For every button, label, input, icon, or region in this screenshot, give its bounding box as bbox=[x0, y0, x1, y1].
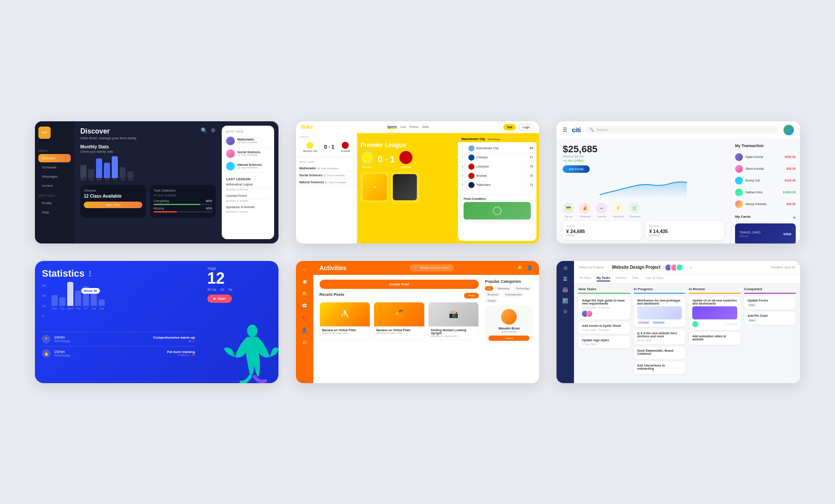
sidebar-item-invoice[interactable]: Invoice bbox=[38, 182, 71, 190]
add-card-button[interactable]: + bbox=[793, 215, 796, 221]
tab-all-tasks[interactable]: All Tasks bbox=[579, 276, 591, 281]
talk-button[interactable]: Talk bbox=[503, 124, 516, 130]
subject-social[interactable]: Social Sciences 12 Task Available ··· bbox=[226, 147, 270, 160]
icon-transfer[interactable]: ↔ Transfer bbox=[596, 202, 607, 218]
settings-icon[interactable]: ⚙ bbox=[211, 127, 216, 134]
icon-electricity[interactable]: ⚡ Electricity bbox=[612, 202, 624, 218]
task-1-tags: UI Design Dashboard bbox=[637, 321, 682, 324]
sidebar-bell-icon[interactable]: 🔔 bbox=[301, 291, 308, 297]
task-new-2[interactable]: Add events to Sprits Sheet 17 Apr 2019 ·… bbox=[578, 322, 630, 334]
notification-icon[interactable]: 🔔 bbox=[517, 265, 523, 271]
user-profile-icon[interactable]: 👤 bbox=[527, 265, 533, 271]
search-icon[interactable]: 🔍 bbox=[201, 127, 207, 134]
sidebar-item-help[interactable]: Help bbox=[38, 208, 71, 216]
transaction-2[interactable]: Steve Korolia $50.05 bbox=[735, 163, 796, 175]
more-icon[interactable]: ··· bbox=[267, 139, 270, 143]
travel-card[interactable]: TRAVEL CARD SPECIAL VISA bbox=[735, 223, 796, 243]
sidebar-bookmark-icon[interactable]: 🔖 bbox=[301, 315, 308, 321]
post-card-1[interactable]: 🍌 Banana on Yellow Plate aSorting to mak… bbox=[320, 302, 371, 340]
stats-more-icon[interactable]: ⋮ bbox=[87, 271, 93, 277]
cat-entertainment[interactable]: Entertainment bbox=[503, 292, 524, 297]
pm-sidebar-grid-icon[interactable]: ⊞ bbox=[564, 265, 567, 271]
transaction-5[interactable]: Macey Keleuka $40.00 bbox=[735, 199, 796, 210]
standing-row-5[interactable]: 5 Tottenham 71 bbox=[460, 181, 535, 190]
icon-shopping[interactable]: 🛒 Shopping bbox=[629, 202, 640, 218]
more-icon-2[interactable]: ··· bbox=[267, 151, 270, 155]
sidebar-user-icon[interactable]: 👤 bbox=[301, 327, 308, 333]
nav-sports[interactable]: Sports bbox=[387, 125, 397, 129]
sidebar-item-profile[interactable]: Profile bbox=[38, 199, 71, 207]
transaction-4[interactable]: Nathan Kliss $1000.00 bbox=[735, 187, 796, 199]
add-funds-button[interactable]: Add Funds bbox=[563, 165, 590, 173]
task-progress-3[interactable]: Send Stakeholder, Brand Collateral bbox=[634, 346, 685, 359]
post-card-2[interactable]: 🍊 Banana on Yellow Plate aSorting to mak… bbox=[374, 302, 425, 340]
task-progress-2[interactable]: Q & A the new website hero sections and … bbox=[634, 329, 685, 344]
play-icon: ▶ bbox=[213, 297, 216, 301]
session-1[interactable]: 🏃 10min Wednesday Comprehensive warm-up … bbox=[42, 332, 195, 346]
cat-marketing[interactable]: Marketing bbox=[495, 286, 512, 291]
completed-2-tags: Done bbox=[748, 319, 792, 322]
banking-search[interactable]: 🔍 Search bbox=[585, 126, 779, 134]
cat-business[interactable]: Business bbox=[485, 292, 501, 297]
pm-sidebar-settings-icon[interactable]: ⚙ bbox=[563, 309, 567, 315]
sidebar-settings-icon[interactable]: ⚙ bbox=[302, 339, 307, 346]
league-item-2[interactable]: Social Sciences 12 Task Available bbox=[296, 172, 357, 179]
subject-natural[interactable]: Natural Sciences 12 Task Available ··· bbox=[226, 160, 270, 173]
create-post-button[interactable]: Create Post bbox=[320, 280, 479, 289]
cat-all[interactable]: All bbox=[485, 286, 493, 291]
icon-withdraw[interactable]: 💰 Withdraw bbox=[579, 202, 591, 218]
standing-row-1[interactable]: 1 Manchester City 86 bbox=[460, 144, 535, 153]
sidebar-home-icon[interactable]: ⌂ bbox=[303, 266, 306, 272]
league-item-3[interactable]: Natural Sciences 12 Task Available bbox=[296, 179, 357, 186]
sidebar-activity-icon[interactable]: ◉ bbox=[302, 278, 307, 285]
sidebar-item-discover[interactable]: Discover bbox=[38, 154, 71, 162]
lesson-1[interactable]: Arithmetical Logical bbox=[226, 181, 270, 188]
more-icon-3[interactable]: ··· bbox=[267, 164, 270, 168]
sidebar-item-messages[interactable]: Messages bbox=[38, 172, 71, 181]
nav-teams[interactable]: Teams bbox=[409, 125, 419, 129]
nav-live[interactable]: Live bbox=[400, 125, 406, 129]
menu-icon[interactable]: ☰ bbox=[563, 127, 567, 133]
transaction-3[interactable]: Bunny Cat $100.00 bbox=[735, 175, 796, 187]
sidebar-chat-icon[interactable]: 💬 bbox=[301, 303, 308, 309]
cat-design[interactable]: Design bbox=[485, 298, 498, 303]
standing-row-2[interactable]: 2 Chelsea 77 bbox=[460, 153, 535, 162]
task-review-2[interactable]: Add animation video to website bbox=[689, 332, 740, 345]
cat-technology[interactable]: Technology bbox=[513, 286, 532, 291]
tab-my-tasks[interactable]: My Tasks bbox=[597, 276, 610, 281]
session-2[interactable]: 🔥 15min Wednesday Fat burn training ♥ 48… bbox=[42, 346, 195, 360]
icon-topup[interactable]: 💳 Top up bbox=[563, 202, 574, 218]
tab-files[interactable]: Files bbox=[632, 276, 639, 281]
activities-search[interactable]: 🔍 What's on your mind? bbox=[410, 264, 454, 271]
post-card-3[interactable]: 📸 Smiling Woman Looking Upright aSorting… bbox=[428, 302, 479, 340]
standing-row-4[interactable]: 4 Arsenal 70 bbox=[460, 171, 535, 181]
subject-math[interactable]: Mathematic 16 Task Available ··· bbox=[226, 135, 270, 147]
pm-sidebar-tasks-icon[interactable]: ☰ bbox=[563, 276, 567, 282]
tab-timeline[interactable]: Timeline bbox=[615, 276, 627, 281]
login-button[interactable]: Login bbox=[519, 124, 534, 130]
pm-sidebar-chart-icon[interactable]: 📊 bbox=[562, 298, 568, 304]
pm-sidebar: ⊞ ☰ 📅 📊 ⚙ bbox=[557, 261, 574, 383]
pm-sidebar-calendar-icon[interactable]: 📅 bbox=[562, 287, 568, 293]
view-class-button[interactable]: View Class bbox=[84, 202, 142, 208]
nav-stats[interactable]: Stats bbox=[422, 125, 429, 129]
post-button[interactable]: Post bbox=[464, 293, 479, 298]
task-progress-1[interactable]: Wireframes for new prototype and dashboa… bbox=[634, 296, 685, 327]
transaction-1[interactable]: Dylan Korma $250.00 bbox=[735, 151, 796, 163]
start-button[interactable]: ▶ Start bbox=[207, 295, 232, 303]
more-avatars[interactable]: +3 bbox=[689, 266, 692, 269]
league-item[interactable]: Mathematic 16 Task Available bbox=[296, 165, 357, 172]
task-progress-4[interactable]: Add interactions to onboarding bbox=[634, 361, 685, 374]
sidebar-item-schedule[interactable]: Schedule bbox=[38, 163, 71, 171]
standing-row-3[interactable]: 3 Liverpool 70 bbox=[460, 162, 535, 171]
task-new-1[interactable]: Adapt the style guide to team new requir… bbox=[578, 296, 630, 319]
task-new-3[interactable]: Update logo styles 17 Apr 2019 bbox=[578, 336, 630, 348]
breadcrumb[interactable]: Return to Projects bbox=[579, 266, 604, 269]
search-icon: 🔍 bbox=[590, 128, 594, 132]
lesson-3[interactable]: Symbiosis of Animals bbox=[226, 204, 270, 210]
lesson-2[interactable]: Colonial Period bbox=[226, 192, 270, 199]
follow-button[interactable]: Follow bbox=[488, 336, 529, 341]
task-completed-2[interactable]: Add Pie Chart Done bbox=[744, 312, 796, 325]
task-review-1[interactable]: Update UI on all new swatches and dashbo… bbox=[689, 296, 740, 330]
task-completed-1[interactable]: Update Forms Done bbox=[744, 296, 796, 309]
